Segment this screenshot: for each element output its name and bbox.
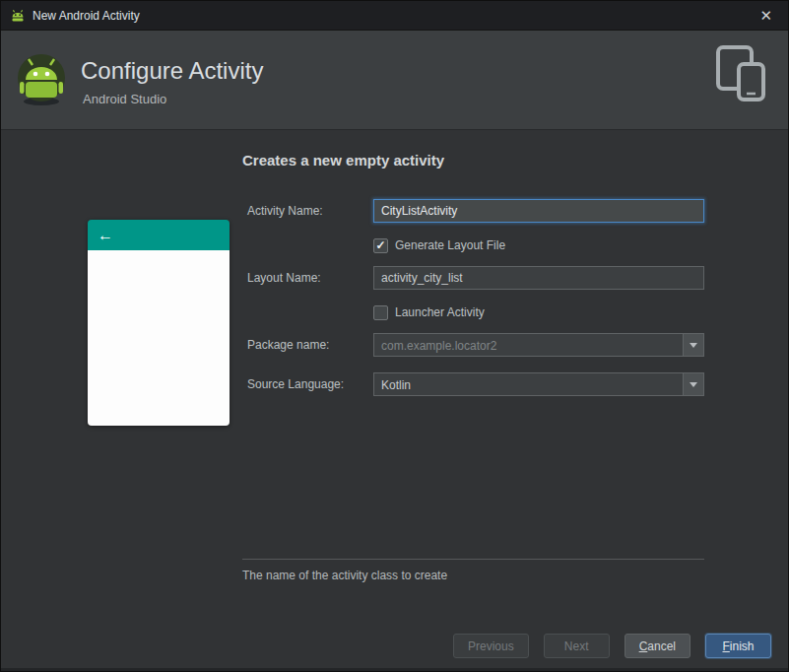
generate-layout-row[interactable]: ✓ Generate Layout File bbox=[373, 237, 505, 253]
layout-name-input[interactable] bbox=[373, 266, 704, 290]
cancel-mnemonic: C bbox=[639, 639, 648, 653]
activity-name-label: Activity Name: bbox=[247, 204, 323, 218]
previous-button[interactable]: Previous bbox=[453, 634, 529, 658]
cancel-button[interactable]: Cancel bbox=[625, 634, 690, 658]
activity-name-field-wrap bbox=[373, 199, 704, 223]
package-name-combobox[interactable]: com.example.locator2 bbox=[373, 333, 704, 357]
layout-name-field-wrap bbox=[373, 266, 704, 290]
launcher-activity-label: Launcher Activity bbox=[395, 305, 485, 319]
package-dropdown-arrow-icon[interactable] bbox=[683, 334, 703, 356]
source-language-dropdown[interactable]: Kotlin bbox=[373, 372, 704, 396]
window-title: New Android Activity bbox=[33, 9, 140, 23]
divider bbox=[242, 559, 704, 560]
launcher-activity-row[interactable]: Launcher Activity bbox=[373, 304, 485, 320]
field-description: The name of the activity class to create bbox=[242, 569, 447, 582]
layout-name-label: Layout Name: bbox=[247, 271, 321, 285]
source-language-row: Source Language: Kotlin bbox=[247, 372, 704, 396]
package-name-label: Package name: bbox=[247, 338, 329, 352]
activity-name-row: Activity Name: bbox=[247, 199, 704, 223]
android-icon bbox=[10, 9, 26, 23]
package-name-row: Package name: com.example.locator2 bbox=[247, 333, 704, 357]
launcher-activity-checkbox[interactable] bbox=[373, 305, 388, 320]
source-language-label: Source Language: bbox=[247, 377, 344, 391]
back-arrow-icon: ← bbox=[98, 228, 113, 243]
dialog-button-bar: Previous Next Cancel Finish bbox=[453, 634, 771, 658]
source-language-field-wrap: Kotlin bbox=[373, 372, 704, 396]
next-button[interactable]: Next bbox=[544, 634, 610, 658]
checkmark-icon: ✓ bbox=[375, 239, 385, 251]
generate-layout-checkbox[interactable]: ✓ bbox=[373, 238, 388, 253]
layout-name-row: Layout Name: bbox=[247, 266, 704, 290]
package-name-field-wrap: com.example.locator2 bbox=[373, 333, 704, 357]
package-name-value: com.example.locator2 bbox=[381, 339, 496, 353]
preview-appbar: ← bbox=[88, 220, 230, 250]
generate-layout-label: Generate Layout File bbox=[395, 238, 505, 252]
wizard-header: Configure Activity Android Studio bbox=[1, 31, 788, 130]
cancel-label-rest: ancel bbox=[647, 639, 676, 653]
page-title: Creates a new empty activity bbox=[242, 152, 444, 168]
activity-name-input[interactable] bbox=[373, 199, 704, 223]
wizard-title: Configure Activity bbox=[81, 57, 263, 85]
close-icon[interactable]: ✕ bbox=[756, 6, 776, 25]
phone-tablet-icon bbox=[715, 44, 766, 101]
finish-label-rest: inish bbox=[730, 639, 755, 653]
preview-body bbox=[88, 250, 230, 426]
source-language-value: Kotlin bbox=[381, 378, 411, 392]
language-dropdown-arrow-icon[interactable] bbox=[683, 373, 703, 395]
wizard-content: Creates a new empty activity ← Activity … bbox=[1, 131, 788, 671]
titlebar: New Android Activity ✕ bbox=[1, 1, 788, 31]
android-studio-logo bbox=[14, 50, 69, 109]
new-android-activity-dialog: New Android Activity ✕ Configure Activit… bbox=[0, 0, 789, 672]
activity-preview-thumbnail: ← bbox=[88, 220, 230, 426]
wizard-subtitle: Android Studio bbox=[83, 92, 166, 106]
finish-button[interactable]: Finish bbox=[705, 634, 771, 658]
window-bottom-edge bbox=[1, 668, 788, 671]
finish-mnemonic: F bbox=[722, 639, 729, 653]
